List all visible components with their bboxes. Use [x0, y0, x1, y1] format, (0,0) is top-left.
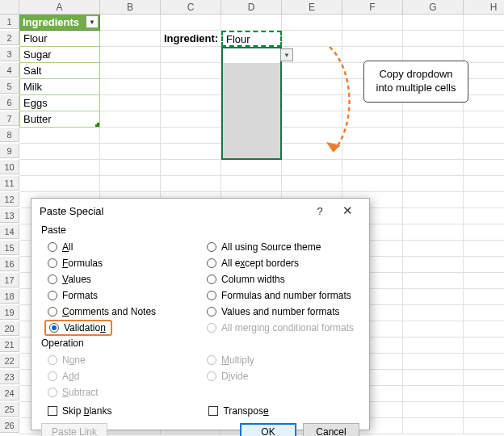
cell-H14[interactable] — [464, 224, 504, 241]
col-header-H[interactable]: H — [464, 0, 504, 15]
cell-H6[interactable] — [464, 95, 504, 111]
cell-F11[interactable] — [342, 176, 403, 192]
cell-H5[interactable] — [464, 79, 504, 95]
ok-button[interactable]: OK — [240, 423, 296, 436]
cell-H1[interactable] — [464, 15, 504, 31]
paste-option-all-using-source-theme[interactable]: All using Source theme — [200, 239, 359, 255]
cell-H17[interactable] — [464, 273, 504, 289]
cell-A10[interactable] — [19, 160, 100, 176]
cancel-button[interactable]: Cancel — [303, 423, 359, 436]
cell-A1[interactable]: Ingredients▼ — [19, 15, 100, 31]
cell-H7[interactable] — [464, 111, 504, 128]
paste-option-all[interactable]: All — [41, 239, 200, 255]
cell-G25[interactable] — [403, 402, 464, 418]
cell-C2[interactable]: Ingredient: — [161, 31, 221, 47]
row-header-26[interactable]: 26 — [0, 418, 19, 433]
cell-B3[interactable] — [100, 47, 161, 63]
cell-A11[interactable] — [19, 176, 100, 192]
cell-E1[interactable] — [282, 15, 342, 31]
cell-H25[interactable] — [464, 402, 504, 418]
cell-G14[interactable] — [403, 224, 464, 241]
cell-B11[interactable] — [100, 176, 161, 192]
cell-H20[interactable] — [464, 321, 504, 337]
row-header-16[interactable]: 16 — [0, 257, 19, 271]
row-header-17[interactable]: 17 — [0, 273, 19, 287]
cell-G15[interactable] — [403, 241, 464, 257]
cell-C9[interactable] — [161, 144, 221, 160]
cell-H10[interactable] — [464, 160, 504, 176]
cell-B4[interactable] — [100, 63, 161, 79]
cell-B9[interactable] — [100, 144, 161, 160]
col-header-E[interactable]: E — [282, 0, 342, 15]
col-header-C[interactable]: C — [161, 0, 221, 15]
row-header-14[interactable]: 14 — [0, 224, 19, 239]
cell-B6[interactable] — [100, 95, 161, 111]
cell-E7[interactable] — [282, 111, 342, 128]
cell-H18[interactable] — [464, 289, 504, 305]
cell-E9[interactable] — [282, 144, 342, 160]
cell-A7[interactable]: Butter — [19, 111, 100, 128]
cell-C7[interactable] — [161, 111, 221, 128]
row-header-15[interactable]: 15 — [0, 241, 19, 255]
cell-B5[interactable] — [100, 79, 161, 95]
cell-G22[interactable] — [403, 354, 464, 370]
cell-C5[interactable] — [161, 79, 221, 95]
cell-G7[interactable] — [403, 111, 464, 128]
paste-option-column-widths[interactable]: Column widths — [200, 271, 359, 287]
cell-A6[interactable]: Eggs — [19, 95, 100, 111]
cell-F7[interactable] — [342, 111, 403, 128]
cell-H8[interactable] — [464, 128, 504, 144]
row-header-25[interactable]: 25 — [0, 402, 19, 417]
paste-option-values-and-number-formats[interactable]: Values and number formats — [200, 304, 359, 320]
cell-G20[interactable] — [403, 321, 464, 337]
col-header-A[interactable]: A — [19, 0, 100, 15]
cell-G26[interactable] — [403, 418, 464, 434]
cell-E2[interactable] — [282, 31, 342, 47]
cell-A5[interactable]: Milk — [19, 79, 100, 95]
cell-E5[interactable] — [282, 79, 342, 95]
cell-C4[interactable] — [161, 63, 221, 79]
paste-option-formulas-and-number-formats[interactable]: Formulas and number formats — [200, 287, 359, 304]
cell-F2[interactable] — [342, 31, 403, 47]
cell-H15[interactable] — [464, 241, 504, 257]
cell-G13[interactable] — [403, 208, 464, 224]
cell-B8[interactable] — [100, 128, 161, 144]
transpose-checkbox[interactable]: Transpose — [208, 405, 268, 417]
cell-G18[interactable] — [403, 289, 464, 305]
cell-C10[interactable] — [161, 160, 221, 176]
cell-B10[interactable] — [100, 160, 161, 176]
row-header-24[interactable]: 24 — [0, 386, 19, 400]
row-header-18[interactable]: 18 — [0, 289, 19, 304]
cell-F8[interactable] — [342, 128, 403, 144]
cell-E10[interactable] — [282, 160, 342, 176]
row-header-19[interactable]: 19 — [0, 305, 19, 320]
cell-H11[interactable] — [464, 176, 504, 192]
cell-H22[interactable] — [464, 354, 504, 370]
cell-G8[interactable] — [403, 128, 464, 144]
cell-E6[interactable] — [282, 95, 342, 111]
cell-D1[interactable] — [221, 15, 282, 31]
cell-A4[interactable]: Salt — [19, 63, 100, 79]
cell-G19[interactable] — [403, 305, 464, 321]
row-header-3[interactable]: 3 — [0, 47, 19, 61]
cell-G2[interactable] — [403, 31, 464, 47]
row-header-12[interactable]: 12 — [0, 192, 19, 207]
paste-option-comments-and-notes[interactable]: Comments and Notes — [41, 304, 200, 320]
col-header-B[interactable]: B — [100, 0, 161, 15]
filter-button[interactable]: ▼ — [86, 15, 99, 28]
row-header-20[interactable]: 20 — [0, 321, 19, 336]
row-header-9[interactable]: 9 — [0, 144, 19, 158]
cell-H12[interactable] — [464, 192, 504, 208]
skip-blanks-checkbox[interactable]: Skip blanks — [48, 405, 111, 417]
cell-G9[interactable] — [403, 144, 464, 160]
cell-H13[interactable] — [464, 208, 504, 224]
cell-G12[interactable] — [403, 192, 464, 208]
row-header-6[interactable]: 6 — [0, 95, 19, 110]
cell-F9[interactable] — [342, 144, 403, 160]
row-header-5[interactable]: 5 — [0, 79, 19, 94]
cell-H16[interactable] — [464, 257, 504, 273]
row-header-21[interactable]: 21 — [0, 337, 19, 352]
paste-link-button[interactable]: Paste Link — [41, 423, 107, 436]
row-header-2[interactable]: 2 — [0, 31, 19, 45]
dropdown-button[interactable]: ▼ — [280, 48, 293, 61]
